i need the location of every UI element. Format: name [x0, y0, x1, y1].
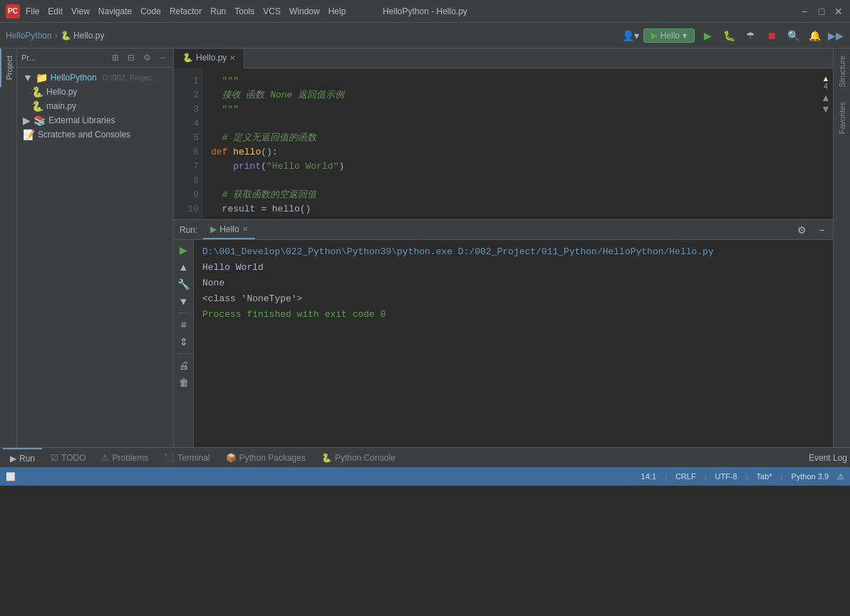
- tool-tab-terminal[interactable]: ⬛ Terminal: [157, 448, 217, 467]
- scroll-up-icon[interactable]: ▲: [821, 92, 831, 103]
- breadcrumb-file[interactable]: 🐍 Hello.py: [61, 31, 105, 41]
- python-console-tab-icon: 🐍: [321, 453, 332, 463]
- statusbar-crlf[interactable]: CRLF: [675, 472, 696, 481]
- run-again-button[interactable]: ▶: [177, 243, 191, 257]
- settings-button[interactable]: ▶▶: [827, 27, 844, 44]
- scroll-down-icon[interactable]: ▼: [821, 103, 831, 115]
- run-button[interactable]: ▶: [699, 27, 716, 44]
- statusbar-python[interactable]: Python 3.9: [791, 472, 829, 481]
- todo-tab-icon: ☑: [51, 453, 58, 463]
- notifications-button[interactable]: 🔔: [806, 27, 823, 44]
- code-line-1: """: [211, 74, 810, 88]
- panel-collapse-icon[interactable]: ⊟: [125, 51, 138, 64]
- breadcrumb-root[interactable]: HelloPython: [6, 31, 52, 41]
- run-print-icon[interactable]: 🖨: [177, 358, 191, 372]
- statusbar-charset[interactable]: UTF-8: [715, 472, 737, 481]
- statusbar: ⬜ 14:1 | CRLF | UTF-8 | Tab* | Python 3.…: [0, 467, 850, 486]
- panel-settings-icon[interactable]: ⚙: [140, 51, 153, 64]
- statusbar-indent[interactable]: Tab*: [757, 472, 772, 481]
- menu-code[interactable]: Code: [140, 6, 161, 16]
- run-output-line-3: None: [202, 276, 824, 291]
- run-panel-right-controls: ⚙ −: [793, 221, 830, 239]
- sidebar-item-structure[interactable]: Structure: [834, 48, 850, 95]
- panel-hide-icon[interactable]: −: [156, 51, 169, 64]
- tree-item-hello-py[interactable]: 🐍 Hello.py: [17, 85, 173, 99]
- tool-tab-problems-label: Problems: [112, 453, 148, 463]
- run-scroll-up-icon[interactable]: ▲: [177, 260, 191, 274]
- tree-item-external-libraries[interactable]: ▶ 📚 External Libraries: [17, 113, 173, 127]
- run-align-icon[interactable]: ⇕: [177, 335, 191, 349]
- stop-button[interactable]: ⏹: [763, 27, 780, 44]
- tree-item-helloPython[interactable]: ▼ 📁 HelloPython D:\002_Projec...: [17, 71, 173, 85]
- python-packages-tab-icon: 📦: [226, 453, 237, 463]
- tree-label-hello-py: Hello.py: [46, 87, 77, 97]
- event-log-label: Event Log: [809, 453, 847, 463]
- warning-count: ▲: [822, 74, 830, 83]
- coverage-button[interactable]: ☂: [742, 27, 759, 44]
- menu-file[interactable]: File: [26, 6, 39, 16]
- minimize-button[interactable]: −: [799, 6, 810, 17]
- menu-refactor[interactable]: Refactor: [170, 6, 202, 16]
- run-config-button[interactable]: ▶ Hello ▾: [643, 28, 695, 43]
- line-numbers: 1234 5678 9101112 13141516: [174, 68, 202, 219]
- menu-view[interactable]: View: [71, 6, 90, 16]
- run-tabs: Run: ▶ Hello ✕ ⚙ −: [174, 220, 833, 240]
- run-clear-icon[interactable]: 🗑: [177, 375, 191, 390]
- project-tree: ▼ 📁 HelloPython D:\002_Projec... 🐍 Hello…: [17, 68, 173, 447]
- left-vertical-tabs: Project: [0, 48, 17, 447]
- tree-item-scratches[interactable]: 📝 Scratches and Consoles: [17, 127, 173, 142]
- menu-vcs[interactable]: VCS: [263, 6, 281, 16]
- app-icon: PC: [6, 4, 20, 19]
- code-line-11: [211, 216, 810, 219]
- search-everywhere-button[interactable]: 🔍: [784, 27, 802, 44]
- menu-edit[interactable]: Edit: [48, 6, 63, 16]
- run-minimize-icon[interactable]: −: [813, 221, 830, 239]
- debug-button[interactable]: 🐛: [720, 27, 737, 44]
- maximize-button[interactable]: □: [816, 6, 827, 17]
- run-list-icon[interactable]: ≡: [177, 318, 191, 332]
- event-log-button[interactable]: Event Log: [809, 453, 847, 463]
- account-icon[interactable]: 👤▾: [622, 27, 639, 44]
- run-tab-icon: ▶: [10, 454, 16, 464]
- editor-tab-hello-py[interactable]: 🐍 Hello.py ✕: [174, 49, 244, 68]
- tool-tab-terminal-label: Terminal: [177, 453, 209, 463]
- run-wrench-icon[interactable]: 🔧: [177, 277, 191, 291]
- tree-item-main-py[interactable]: 🐍 main.py: [17, 99, 173, 113]
- run-settings-icon[interactable]: ⚙: [793, 221, 810, 239]
- menu-help[interactable]: Help: [328, 6, 346, 16]
- tree-label-external-libraries: External Libraries: [48, 115, 115, 125]
- folder-expand-icon: ▼: [23, 72, 33, 83]
- tab-close-icon[interactable]: ✕: [229, 54, 235, 62]
- close-button[interactable]: ✕: [833, 6, 844, 17]
- tool-tab-todo[interactable]: ☑ TODO: [43, 448, 93, 467]
- panel-expand-icon[interactable]: ⊞: [109, 51, 122, 64]
- tool-tab-problems[interactable]: ⚠ Problems: [94, 448, 155, 467]
- python-file-icon-main: 🐍: [31, 100, 43, 112]
- run-scroll-down-icon[interactable]: ▼: [177, 294, 191, 308]
- code-line-3: """: [211, 103, 810, 117]
- statusbar-position[interactable]: 14:1: [641, 472, 656, 481]
- scratches-icon: 📝: [23, 129, 35, 140]
- menu-run[interactable]: Run: [210, 6, 226, 16]
- menu-window[interactable]: Window: [289, 6, 320, 16]
- tree-label-main-py: main.py: [46, 101, 76, 111]
- code-line-10: result = hello(): [211, 202, 810, 216]
- python-file-icon-hello: 🐍: [31, 86, 43, 98]
- sidebar-item-project[interactable]: Project: [0, 48, 17, 87]
- run-tab-hello[interactable]: ▶ Hello ✕: [203, 220, 254, 239]
- tool-tab-python-packages[interactable]: 📦 Python Packages: [219, 448, 313, 467]
- tab-file-icon: 🐍: [182, 53, 193, 63]
- run-config-run-icon: ▶: [651, 31, 658, 41]
- run-tab-close-icon[interactable]: ✕: [242, 225, 248, 233]
- project-panel-header: Pr... ⊞ ⊟ ⚙ −: [17, 48, 173, 68]
- editor-content[interactable]: """ 接收 函数 None 返回值示例 """ # 定义无返回值的函数 def…: [202, 68, 819, 219]
- menu-tools[interactable]: Tools: [234, 6, 254, 16]
- window-controls: − □ ✕: [799, 6, 844, 17]
- tool-tab-python-console[interactable]: 🐍 Python Console: [314, 448, 403, 467]
- statusbar-warning-icon: ⚠: [837, 472, 844, 481]
- menu-navigate[interactable]: Navigate: [98, 6, 132, 16]
- tab-label: Hello.py: [196, 53, 227, 63]
- tool-tab-run[interactable]: ▶ Run: [3, 448, 42, 467]
- bottom-panel: Run: ▶ Hello ✕ ⚙ − ▶ ▲ 🔧 ▼ ≡: [174, 219, 833, 447]
- sidebar-item-favorites[interactable]: Favorites: [834, 95, 850, 141]
